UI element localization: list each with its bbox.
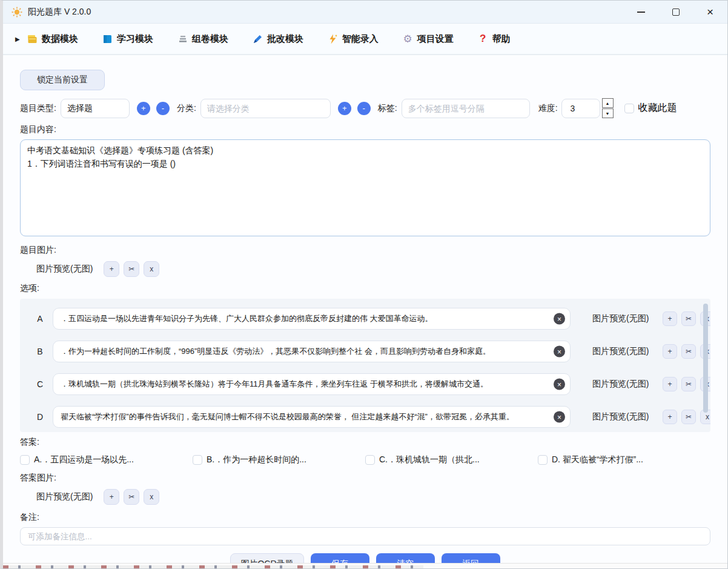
option-input-b[interactable] — [53, 341, 571, 362]
answer-item-c: C.．珠机城轨一期（拱北... — [365, 454, 538, 465]
type-add-button[interactable]: + — [137, 102, 150, 115]
difficulty-input[interactable] — [561, 99, 600, 118]
answer-image-preview-label: 图片预览(无图) — [36, 491, 93, 502]
menu-item-smart-entry[interactable]: 智能录入 — [328, 33, 379, 45]
question-image-label: 题目图片: — [20, 245, 710, 256]
question-type-input[interactable] — [61, 99, 130, 118]
difficulty-spinner: ▲ ▼ — [561, 98, 614, 118]
remark-input[interactable] — [20, 527, 710, 545]
option-image-add-button[interactable]: + — [663, 410, 677, 424]
menu-item-settings[interactable]: ⚙ 项目设置 — [403, 33, 454, 45]
option-image-add-button[interactable]: + — [663, 311, 677, 326]
question-content-label: 题目内容: — [20, 124, 710, 135]
menu-item-study[interactable]: 学习模块 — [102, 33, 153, 45]
menu-item-help[interactable]: ? 帮助 — [478, 33, 511, 45]
answer-image-preview-row: 图片预览(无图) + ✂ x — [20, 489, 710, 505]
option-row-d: D × 图片预览(无图) + ✂ x — [20, 406, 710, 428]
answer-checkbox-b[interactable] — [193, 455, 202, 465]
option-input-wrap: × — [53, 406, 571, 428]
sun-icon — [12, 7, 22, 18]
gear-icon: ⚙ — [403, 34, 413, 44]
menu-item-data[interactable]: 数据模块 — [27, 33, 78, 45]
titlebar: 阳光题库 V 2.0.0 × — [3, 1, 727, 24]
sparkle-icon — [328, 34, 338, 44]
minimize-button[interactable] — [624, 1, 658, 23]
answer-checkbox-d[interactable] — [538, 455, 548, 465]
question-type-label: 题目类型: — [20, 103, 56, 114]
option-image-crop-button[interactable]: ✂ — [681, 377, 696, 391]
answer-label: B.．作为一种超长时间的... — [207, 454, 306, 465]
stack-icon — [177, 34, 188, 44]
background-window-fragments — [3, 565, 423, 568]
option-row-c: C × 图片预览(无图) + ✂ x — [20, 373, 710, 395]
option-image-add-button[interactable]: + — [663, 377, 677, 391]
question-image-preview-row: 图片预览(无图) + ✂ x — [20, 261, 710, 277]
answer-label: A.．五四运动是一场以先... — [34, 454, 134, 465]
question-image-add-button[interactable]: + — [104, 261, 119, 277]
answer-checkbox-a[interactable] — [20, 455, 30, 465]
answer-label: C.．珠机城轨一期（拱北... — [379, 454, 480, 465]
close-button[interactable]: × — [693, 1, 727, 23]
option-clear-button[interactable]: × — [554, 379, 565, 390]
question-image-crop-button[interactable]: ✂ — [124, 261, 139, 277]
option-input-a[interactable] — [53, 308, 571, 330]
menu-item-label: 项目设置 — [417, 33, 454, 45]
difficulty-label: 难度: — [538, 103, 558, 114]
options-scrollbar[interactable] — [703, 304, 708, 413]
option-clear-button[interactable]: × — [554, 411, 565, 423]
category-input[interactable] — [200, 99, 331, 118]
menu-item-label: 智能录入 — [342, 33, 379, 45]
question-image-preview-label: 图片预览(无图) — [36, 264, 93, 275]
meta-row: 题目类型: + - 分类: + - 标签: 难度: ▲ ▼ 收藏此题 — [20, 98, 710, 118]
option-input-d[interactable] — [53, 406, 571, 428]
category-remove-button[interactable]: - — [357, 102, 371, 115]
answers-label: 答案: — [20, 437, 710, 448]
option-image-crop-button[interactable]: ✂ — [681, 344, 696, 359]
question-content-textarea[interactable]: 中考语文基础知识《选择题》专项练习题 (含答案) 1．下列词语注音和书写有误的一… — [20, 139, 710, 236]
option-letter: C — [31, 379, 49, 389]
option-image-add-button[interactable]: + — [663, 344, 677, 359]
option-image-crop-button[interactable]: ✂ — [681, 410, 696, 424]
app-window: 阳光题库 V 2.0.0 × ▶ 数据模块 学习模块 组卷模块 — [0, 0, 728, 569]
category-add-button[interactable]: + — [338, 102, 351, 115]
favorite-checkbox[interactable] — [624, 104, 634, 113]
option-input-c[interactable] — [53, 373, 571, 395]
answer-item-b: B.．作为一种超长时间的... — [193, 454, 365, 465]
option-image-preview-label: 图片预览(无图) — [592, 346, 649, 357]
answer-image-add-button[interactable]: + — [104, 489, 119, 505]
maximize-icon — [672, 8, 680, 16]
option-image-preview-label: 图片预览(无图) — [592, 411, 649, 422]
lock-settings-button[interactable]: 锁定当前设置 — [20, 70, 105, 90]
options-panel: A × 图片预览(无图) + ✂ x B × 图片预览(无图) — [20, 299, 710, 432]
maximize-button[interactable] — [658, 1, 693, 23]
remark-label: 备注: — [20, 512, 710, 523]
menu-caret-icon[interactable]: ▶ — [15, 36, 20, 42]
options-label: 选项: — [20, 283, 710, 294]
answer-image-crop-button[interactable]: ✂ — [124, 489, 139, 505]
menu-item-label: 数据模块 — [42, 33, 78, 45]
menu-item-paper[interactable]: 组卷模块 — [177, 33, 228, 45]
menu-item-label: 帮助 — [492, 33, 511, 45]
menu-item-label: 批改模块 — [267, 33, 303, 45]
difficulty-down-button[interactable]: ▼ — [602, 108, 614, 118]
answer-checkbox-c[interactable] — [365, 455, 375, 465]
option-letter: A — [31, 314, 49, 324]
option-image-crop-button[interactable]: ✂ — [681, 311, 696, 326]
type-remove-button[interactable]: - — [156, 102, 170, 115]
answer-item-d: D. 翟天临被“学术打假”... — [538, 454, 710, 465]
question-image-remove-button[interactable]: x — [144, 261, 159, 277]
option-row-a: A × 图片预览(无图) + ✂ x — [20, 308, 710, 330]
option-clear-button[interactable]: × — [554, 346, 565, 358]
minimize-icon — [637, 12, 645, 13]
menu-item-grade[interactable]: 批改模块 — [253, 33, 303, 45]
option-letter: D — [31, 412, 49, 422]
answer-item-a: A.．五四运动是一场以先... — [20, 454, 193, 465]
background-window-sliver — [3, 563, 727, 568]
favorite-wrap: 收藏此题 — [624, 102, 677, 115]
answer-image-remove-button[interactable]: x — [144, 489, 159, 505]
difficulty-up-button[interactable]: ▲ — [602, 98, 614, 108]
tags-input[interactable] — [402, 99, 530, 118]
menubar: ▶ 数据模块 学习模块 组卷模块 批改模块 — [3, 24, 727, 55]
answer-label: D. 翟天临被“学术打假”... — [552, 454, 643, 465]
option-clear-button[interactable]: × — [554, 313, 565, 325]
